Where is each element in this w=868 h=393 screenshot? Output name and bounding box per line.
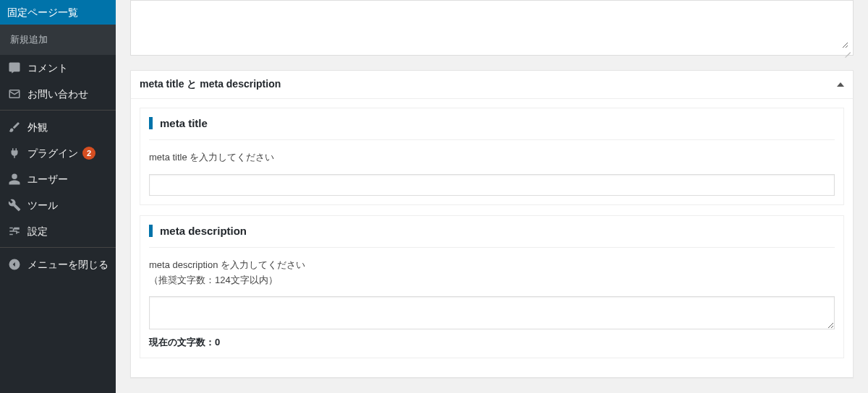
help-line-1: meta description を入力してください xyxy=(149,259,305,270)
divider xyxy=(149,247,835,248)
top-textarea-container xyxy=(130,0,854,56)
comment-icon xyxy=(7,61,22,75)
meta-title-block: meta title meta title を入力してください xyxy=(140,108,844,205)
collapse-toggle-icon[interactable] xyxy=(837,82,844,87)
meta-description-block: meta description meta description を入力してく… xyxy=(140,215,844,359)
sidebar-item-contact[interactable]: お問い合わせ xyxy=(0,81,116,107)
sidebar-item-label: メニューを閉じる xyxy=(27,258,109,271)
meta-postbox: meta title と meta description meta title… xyxy=(130,70,854,378)
sidebar-separator xyxy=(0,107,116,111)
wrench-icon xyxy=(7,198,22,212)
sidebar-item-label: 固定ページ一覧 xyxy=(7,6,78,19)
postbox-inside: meta title meta title を入力してください meta des… xyxy=(131,99,853,377)
meta-title-help: meta title を入力してください xyxy=(149,150,835,165)
sidebar-item-collapse[interactable]: メニューを閉じる xyxy=(0,251,116,277)
divider xyxy=(149,139,835,140)
update-count-badge: 2 xyxy=(82,147,95,160)
sidebar-item-label: コメント xyxy=(27,61,68,74)
sidebar-item-label: ユーザー xyxy=(27,173,68,186)
sidebar-item-settings[interactable]: 設定 xyxy=(0,218,116,244)
meta-description-textarea[interactable] xyxy=(149,296,835,329)
postbox-title: meta title と meta description xyxy=(140,78,281,91)
sidebar-item-label: 外観 xyxy=(27,121,48,134)
admin-sidebar: 固定ページ一覧 新規追加 コメント お問い合わせ 外観 xyxy=(0,0,116,393)
help-line-2: （推奨文字数：124文字以内） xyxy=(149,275,278,285)
main-content: meta title と meta description meta title… xyxy=(116,0,868,393)
user-icon xyxy=(7,172,22,186)
meta-title-input[interactable] xyxy=(149,174,835,196)
sidebar-item-comments[interactable]: コメント xyxy=(0,55,116,81)
sidebar-item-pages-current[interactable]: 固定ページ一覧 xyxy=(0,0,116,25)
sidebar-item-appearance[interactable]: 外観 xyxy=(0,114,116,140)
collapse-icon xyxy=(7,257,22,272)
sidebar-submenu-pages: 新規追加 xyxy=(0,25,116,55)
envelope-icon xyxy=(7,87,22,101)
sidebar-item-label: お問い合わせ xyxy=(27,87,88,100)
char-count-label: 現在の文字数： xyxy=(149,337,215,347)
sidebar-separator xyxy=(0,244,116,248)
meta-title-heading: meta title xyxy=(149,117,835,129)
sidebar-submenu-add-new[interactable]: 新規追加 xyxy=(0,29,116,51)
plug-icon xyxy=(7,146,22,160)
sidebar-item-label: プラグイン xyxy=(27,147,78,160)
sidebar-item-plugins[interactable]: プラグイン 2 xyxy=(0,140,116,166)
sliders-icon xyxy=(7,224,22,238)
sidebar-item-label: 設定 xyxy=(27,225,48,238)
sidebar-submenu-label: 新規追加 xyxy=(10,34,48,45)
char-count-line: 現在の文字数：0 xyxy=(149,336,835,349)
postbox-header[interactable]: meta title と meta description xyxy=(131,71,853,99)
meta-description-help: meta description を入力してください （推奨文字数：124文字以… xyxy=(149,258,835,288)
brush-icon xyxy=(7,120,22,134)
sidebar-item-users[interactable]: ユーザー xyxy=(0,166,116,192)
sidebar-item-tools[interactable]: ツール xyxy=(0,192,116,218)
meta-description-heading: meta description xyxy=(149,225,835,237)
sidebar-item-label: ツール xyxy=(27,199,58,212)
content-textarea[interactable] xyxy=(135,5,848,48)
char-count-value: 0 xyxy=(215,337,220,347)
